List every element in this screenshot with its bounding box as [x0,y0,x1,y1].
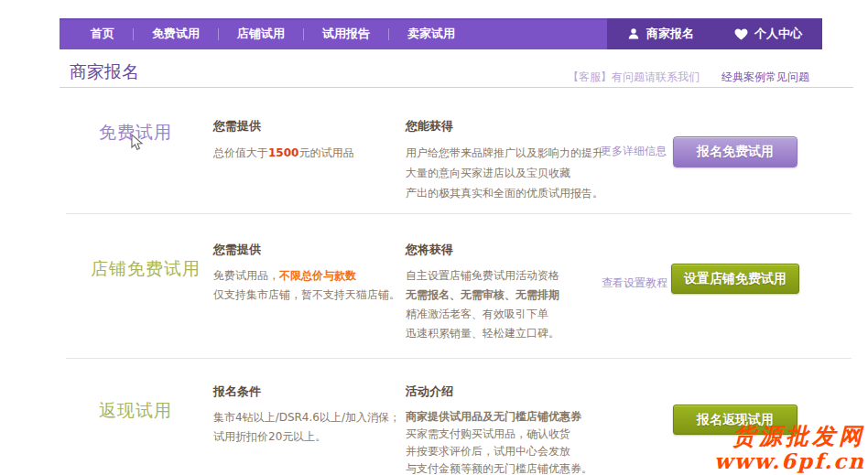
mouse-cursor-icon [130,134,144,156]
requirement-line: 仅支持集市店铺，暂不支持天猫店铺。 [213,286,400,305]
setup-tutorial-link[interactable]: 查看设置教程 [602,275,667,291]
cashback-intro: 活动介绍 商家提供试用品及无门槛店铺优惠券 买家需支付购买试用品，确认收货 并按… [406,383,592,475]
nav-left: 首页 免费试用 店铺试用 试用报告 卖家试用 [60,18,473,49]
highlight-value: 1500 [268,146,298,159]
requirement-line: 总价值大于1500元的试用品 [213,143,353,163]
cashback-conditions: 报名条件 集市4钻以上/DSR4.6以上/加入消保； 试用折扣价20元以上。 [213,383,400,447]
nav-personal-center-label: 个人中心 [754,26,802,42]
intro-line: 并按要求评价后，试用中心会发放 [406,443,592,460]
condition-line: 集市4钻以上/DSR4.6以上/加入消保； [213,408,400,427]
watermark-site-url: www.6pf.cn [714,450,865,471]
user-icon [627,27,640,40]
section-label-shop-free-trial: 店铺免费试用 [91,257,201,281]
highlight-value: 不限总价与款数 [279,269,356,282]
free-trial-requirements: 您需提供 总价值大于1500元的试用品 [213,118,353,163]
free-trial-benefits: 您能获得 用户给您带来品牌推广以及影响力的提升 大量的意向买家进店以及宝贝收藏 … [406,118,603,203]
heart-icon [734,28,748,40]
watermark-site-name: 货源批发网 [732,425,865,448]
more-details-link[interactable]: 更多详细信息 [601,144,667,159]
section-divider [66,213,852,214]
intro-highlight-line: 商家提供试用品及无门槛店铺优惠券 [406,408,592,426]
nav-item-home[interactable]: 首页 [72,26,133,42]
setup-shop-free-trial-button[interactable]: 设置店铺免费试用 [671,264,799,294]
nav-personal-center[interactable]: 个人中心 [734,26,802,42]
shop-trial-requirements: 您需提供 免费试用品，不限总价与款数 仅支持集市店铺，暂不支持天猫店铺。 [213,242,400,305]
signup-free-trial-button[interactable]: 报名免费试用 [673,136,797,167]
page-title: 商家报名 [70,60,139,84]
col-heading: 报名条件 [213,383,400,400]
faq-link[interactable]: 常见问题 [765,70,809,85]
title-divider [60,87,853,88]
section-divider [66,358,852,359]
benefit-line: 产出的极其真实和全面的优质试用报告。 [406,183,603,203]
benefit-highlight-line: 无需报名、无需审核、无需排期 [406,286,559,305]
benefit-line: 迅速积累销量、轻松建立口碑。 [406,324,559,343]
col-heading: 您需提供 [213,118,353,135]
customer-service-link[interactable]: 【客服】有问题请联系我们 [568,70,700,85]
col-heading: 您能获得 [406,118,603,135]
classic-cases-link[interactable]: 经典案例 [722,70,765,85]
benefit-line: 大量的意向买家进店以及宝贝收藏 [406,163,603,183]
col-heading: 活动介绍 [406,383,592,400]
intro-line: 与支付金额等额的无门槛店铺优惠券。 [406,460,592,475]
shop-trial-benefits: 您将获得 自主设置店铺免费试用活动资格 无需报名、无需审核、无需排期 精准激活老… [406,242,559,343]
nav-item-free-trial[interactable]: 免费试用 [134,26,218,42]
text-segment: 元的试用品 [298,146,353,159]
nav-merchant-signup[interactable]: 商家报名 [627,26,694,42]
nav-item-trial-report[interactable]: 试用报告 [304,26,388,42]
nav-item-seller-trial[interactable]: 卖家试用 [389,26,473,42]
nav-item-shop-trial[interactable]: 店铺试用 [219,26,303,42]
intro-line: 买家需支付购买试用品，确认收货 [406,426,592,443]
benefit-line: 精准激活老客、有效吸引下单 [406,305,559,324]
benefit-line: 用户给您带来品牌推广以及影响力的提升 [406,143,603,163]
requirement-line: 免费试用品，不限总价与款数 [213,266,400,286]
nav-merchant-signup-label: 商家报名 [646,26,694,42]
col-heading: 您需提供 [213,242,400,258]
benefit-line: 自主设置店铺免费试用活动资格 [406,266,559,286]
text-segment: 免费试用品， [213,269,279,282]
col-heading: 您将获得 [406,242,559,258]
text-segment: 总价值大于 [213,146,268,159]
condition-line: 试用折扣价20元以上。 [213,427,400,447]
section-label-cashback-trial: 返现试用 [99,399,172,423]
merchant-signup-page: 首页 免费试用 店铺试用 试用报告 卖家试用 商家报名 个人中心 [0,0,868,475]
nav-right: 商家报名 个人中心 [607,18,822,49]
main-nav: 首页 免费试用 店铺试用 试用报告 卖家试用 商家报名 个人中心 [60,18,822,49]
